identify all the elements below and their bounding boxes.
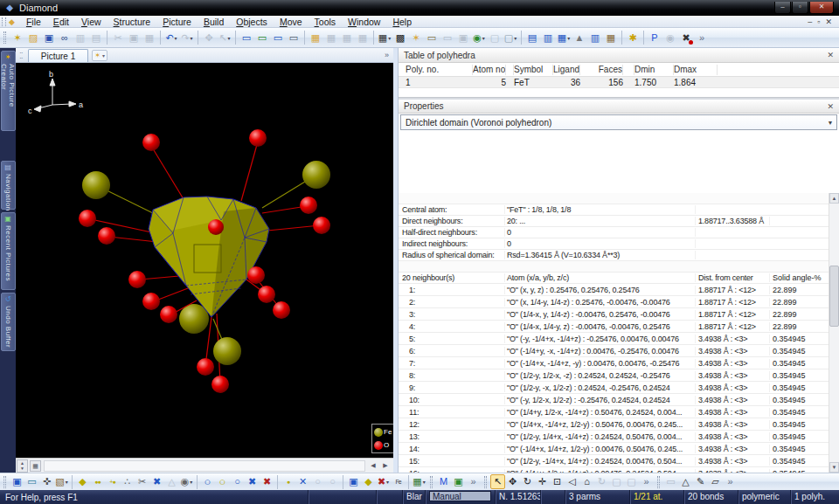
comment-add-icon[interactable]: ▢▾ xyxy=(503,30,518,45)
toolbar-overflow-3-icon[interactable]: » xyxy=(723,474,738,489)
neighbour-row-5[interactable]: 5:"O" (-y, -1/4+x, -1/4+z) : -0.25476, 0… xyxy=(399,333,829,345)
fill-cell-icon[interactable]: ◆ xyxy=(361,474,376,489)
sidebar-tab-recent-pictures[interactable]: ▣Recent Pictures xyxy=(1,212,16,290)
toolbar-grip[interactable] xyxy=(3,31,6,44)
menu-objects[interactable]: Objects xyxy=(230,16,274,28)
fill-coordination-dropdown-icon[interactable]: ▾ xyxy=(190,479,192,485)
property-row-4[interactable]: Radius of spherical domain:Rsd=1.36415 Å… xyxy=(399,250,829,261)
tab-picture-1[interactable]: Picture 1 xyxy=(28,49,88,62)
picture-window-icon[interactable]: ▭ xyxy=(239,30,254,45)
break-bonds-icon[interactable]: ✂ xyxy=(135,474,149,489)
neighbour-row-2[interactable]: 2:"O" (x, 1/4-y, 1/4-z) : 0.25476, -0.00… xyxy=(399,296,829,308)
neighbour-row-6[interactable]: 6:"O" (-1/4+y, -x, -1/4+z) : 0.00476, -0… xyxy=(399,345,829,357)
scroll-up-icon[interactable]: ▲ xyxy=(829,193,839,204)
measure-mode-icon[interactable]: M xyxy=(436,474,451,489)
grow-cluster-icon[interactable]: ● xyxy=(281,474,295,489)
maximize-button[interactable]: ▫ xyxy=(792,2,808,14)
property-row-0[interactable]: Central atom:"FeT" : 1/8, 1/8, 1/8 xyxy=(399,204,829,216)
menu-view[interactable]: View xyxy=(75,16,107,28)
shift-tool-icon[interactable]: ✛ xyxy=(535,474,550,489)
video-sequence-icon[interactable]: ▣ xyxy=(451,474,466,489)
mdi-minimize-icon[interactable]: – xyxy=(808,17,812,27)
rotate-tool-icon[interactable]: ↻ xyxy=(520,474,535,489)
atom-design-icon[interactable]: Fe xyxy=(391,474,406,489)
measure-torsions-icon[interactable]: ✎ xyxy=(693,474,708,489)
properties-panel-header[interactable]: Properties ✕ xyxy=(399,100,839,114)
panel-list-icon[interactable]: ▥ xyxy=(540,30,556,45)
property-row-3[interactable]: Indirect neighbours:0 xyxy=(399,238,829,250)
frame-spinner[interactable]: ▲▼ xyxy=(17,459,28,473)
scroll-right-icon[interactable]: ▶ xyxy=(379,460,392,472)
destroy-xx-icon[interactable]: ✖ xyxy=(260,474,274,489)
destroy-cell-icon[interactable]: ✖▾ xyxy=(376,474,391,489)
add-atoms-icon[interactable]: ●● xyxy=(90,474,105,489)
select-pointer-dropdown-icon[interactable]: ▾ xyxy=(228,35,231,41)
undo-icon[interactable]: ↶▾ xyxy=(163,30,179,45)
panel-table-icon[interactable]: ▦▾ xyxy=(556,30,572,45)
build-polyhedron-icon[interactable]: ◆ xyxy=(75,474,90,489)
pointer-tool-icon[interactable]: ↖ xyxy=(490,474,505,489)
wizard-icon[interactable]: ✱ xyxy=(625,30,641,45)
connect-jack-icon[interactable]: ✕ xyxy=(295,474,310,489)
view-along-tool-icon[interactable]: ◁ xyxy=(565,474,579,489)
toolbar-grip[interactable] xyxy=(657,476,660,488)
update-web-dropdown-icon[interactable]: ▾ xyxy=(482,35,485,41)
picture-blank-icon[interactable]: ▭ xyxy=(286,30,302,45)
table-new-icon[interactable]: ▦ xyxy=(308,30,323,45)
neighbour-row-10[interactable]: 10:"O" (-y, 1/2-x, 1/2-z) : -0.25476, 0.… xyxy=(399,394,829,406)
connect-atoms-icon[interactable]: ∴ xyxy=(120,474,135,489)
redo-dropdown-icon[interactable]: ▾ xyxy=(191,35,193,41)
add-atom-icon[interactable]: +● xyxy=(105,474,120,489)
chart-distance-icon[interactable]: ▲ xyxy=(572,30,587,45)
properties-blank-row[interactable] xyxy=(399,261,829,273)
save-icon[interactable]: ▣ xyxy=(41,30,57,45)
picture-tools-icon[interactable]: ✜ xyxy=(39,474,54,489)
neighbour-row-8[interactable]: 8:"O" (1/2-y, 1/2-x, -z) : 0.24524, 0.24… xyxy=(399,369,829,382)
panel-properties-icon[interactable]: ▤ xyxy=(524,30,540,45)
packing-range-dropdown-icon[interactable]: ▾ xyxy=(423,479,426,485)
picture-dark-icon[interactable]: ▩ xyxy=(392,30,408,45)
document-icon[interactable]: ◆ xyxy=(9,17,15,26)
zoom-tool-icon[interactable]: ⊡ xyxy=(550,474,565,489)
neighbour-row-12[interactable]: 12:"O" (1/4+x, -1/4+z, 1/2-y) : 0.50476,… xyxy=(399,418,829,431)
picture-properties-icon[interactable]: ▣ xyxy=(10,474,24,489)
find-icon[interactable]: ∞ xyxy=(57,30,73,45)
scrollbar-thumb[interactable] xyxy=(829,266,839,327)
grid-table-icon[interactable]: ▦▾ xyxy=(377,30,392,45)
destroy-net-icon[interactable]: ✖ xyxy=(149,474,164,489)
property-row-2[interactable]: Half-direct neighbours:0 xyxy=(399,227,829,238)
toolbar-grip[interactable] xyxy=(3,476,6,488)
perspective-tool-icon[interactable]: ⌂ xyxy=(579,474,594,489)
minimize-button[interactable]: – xyxy=(774,2,791,14)
viewing-options-dropdown-icon[interactable]: ▾ xyxy=(66,479,68,485)
fill-coordination-icon[interactable]: ◉▾ xyxy=(179,474,194,489)
mdi-close-icon[interactable]: ✕ xyxy=(825,17,832,27)
move-tool-icon[interactable]: ✥ xyxy=(505,474,520,489)
close-button[interactable]: ✕ xyxy=(809,2,834,14)
neighbour-row-11[interactable]: 11:"O" (1/4+y, 1/2-x, -1/4+z) : 0.50476,… xyxy=(399,406,829,418)
polyhedra-panel-header[interactable]: Table of polyhedra ✕ xyxy=(399,48,839,63)
menu-help[interactable]: Help xyxy=(386,16,418,28)
toolbar-overflow-2-icon[interactable]: » xyxy=(639,474,654,489)
toolbar-overflow-1-icon[interactable]: » xyxy=(466,474,481,489)
picture-import-icon[interactable]: ▭ xyxy=(424,30,440,45)
comment-add-dropdown-icon[interactable]: ▾ xyxy=(514,35,517,41)
measure-angles-icon[interactable]: △ xyxy=(678,474,693,489)
new-document-icon[interactable]: ✶ xyxy=(10,30,25,45)
picture-restore-icon[interactable]: ▭ xyxy=(270,30,286,45)
cell-edges-icon[interactable]: ▣ xyxy=(346,474,361,489)
sidebar-tab-undo-buffer[interactable]: ↺Undo Buffer xyxy=(1,293,16,351)
menu-move[interactable]: Move xyxy=(274,16,309,28)
menu-window[interactable]: Window xyxy=(342,16,386,28)
scroll-down-icon[interactable]: ▼ xyxy=(829,462,839,473)
toolbar-grip[interactable] xyxy=(430,476,433,488)
neighbour-row-14[interactable]: 14:"O" (-1/4+x, 1/4+z, 1/2-y) : 0.00476,… xyxy=(399,443,829,455)
coordination-polyhedron-icon[interactable]: ○ xyxy=(215,474,230,489)
neighbour-row-4[interactable]: 4:"O" (1/4-x, 1/4-y, z) : -0.00476, -0.0… xyxy=(399,321,829,333)
powder-pattern-icon[interactable]: P xyxy=(647,30,662,45)
neighbour-row-9[interactable]: 9:"O" (1/2-y, -x, 1/2-z) : 0.24524, -0.2… xyxy=(399,382,829,394)
neighbour-row-1[interactable]: 1:"O" (x, y, z) : 0.25476, 0.25476, 0.25… xyxy=(399,284,829,296)
representation-icon[interactable]: ▭ xyxy=(24,474,39,489)
properties-blank-row[interactable] xyxy=(399,193,829,204)
update-web-icon[interactable]: ◉▾ xyxy=(471,30,487,45)
